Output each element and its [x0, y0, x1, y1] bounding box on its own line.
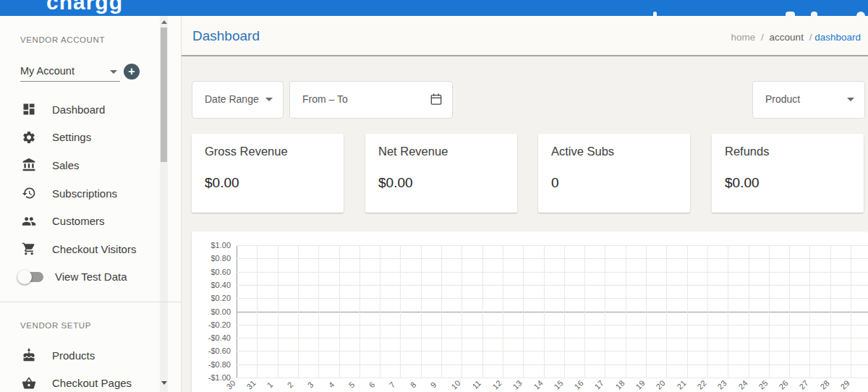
chart-y-tick-label: -$0.80	[193, 360, 231, 369]
chart-x-tick-label: 20	[655, 378, 667, 391]
chart-vgridline	[851, 245, 851, 378]
chart-x-tick-label: 17	[593, 378, 605, 391]
chart-vgridline	[482, 245, 483, 378]
chart-y-tick-label: $0.80	[193, 254, 231, 263]
sidebar-nav-setup: ProductsCheckout Pages	[0, 341, 159, 392]
sidebar-item-checkout-pages[interactable]: Checkout Pages	[0, 370, 159, 392]
chart-vgridline	[400, 245, 401, 378]
chart-x-tick-label: 14	[532, 378, 544, 391]
chart-y-tick-label: -$0.60	[193, 346, 231, 355]
sidebar-item-products[interactable]: Products	[0, 341, 159, 370]
chart-x-tick-label: 19	[634, 378, 647, 391]
chart-x-tick-label: 24	[736, 378, 749, 391]
stat-value: $0.00	[205, 175, 239, 191]
chart-hgridline	[237, 245, 868, 246]
stat-card-gross-revenue: Gross Revenue$0.00	[192, 134, 344, 213]
breadcrumb-separator: /	[809, 32, 812, 43]
chart-x-tick-label: 31	[245, 378, 258, 391]
scroll-up-icon[interactable]	[161, 20, 167, 24]
avatar[interactable]	[856, 12, 865, 16]
people-icon	[22, 214, 36, 229]
chart-x-tick-label: 21	[675, 378, 687, 391]
topbar-icon[interactable]	[811, 12, 817, 16]
sidebar-nav-account: DashboardSettingsSalesSubscriptionsCusto…	[0, 95, 159, 263]
chart-x-tick-label: 11	[470, 379, 482, 391]
chart-vgridline	[544, 245, 545, 378]
sidebar-item-checkout-visitors[interactable]: Checkout Visitors	[0, 235, 159, 263]
chart-vgridline	[461, 245, 462, 378]
chart-hgridline	[237, 325, 868, 325]
breadcrumb-dashboard[interactable]: dashboard	[814, 32, 861, 43]
chart-vgridline	[318, 245, 319, 378]
chart-vgridline	[278, 245, 278, 378]
topbar-icon[interactable]	[653, 12, 657, 16]
calendar-icon[interactable]	[429, 92, 443, 106]
breadcrumb-home[interactable]: home	[731, 32, 756, 43]
sidebar-item-label: Products	[52, 349, 95, 362]
cake-icon	[22, 348, 36, 362]
sidebar-item-label: Dashboard	[52, 103, 105, 116]
sidebar-item-customers[interactable]: Customers	[0, 207, 159, 235]
app-logo[interactable]: chargg	[46, 0, 123, 14]
sidebar-item-label: Settings	[52, 131, 91, 143]
sidebar-divider	[0, 302, 181, 302]
scroll-down-icon[interactable]	[161, 381, 167, 385]
stat-value: $0.00	[725, 175, 760, 191]
date-range-label: Date Range	[205, 93, 259, 105]
chart-vgridline	[687, 245, 688, 378]
stat-card-active-subs: Active Subs0	[538, 134, 690, 213]
toggle-label: View Test Data	[55, 270, 127, 283]
test-data-toggle[interactable]	[17, 270, 45, 284]
chart-hgridline	[237, 378, 868, 378]
sidebar-scrollbar-thumb[interactable]	[161, 27, 167, 162]
chart-x-tick-label: 9	[429, 380, 438, 390]
add-account-button[interactable]: +	[124, 64, 140, 80]
cart-icon	[22, 242, 36, 256]
section-label-vendor-setup: VENDOR SETUP	[20, 321, 91, 330]
chart-vgridline	[564, 245, 565, 378]
breadcrumb-account[interactable]: account	[770, 32, 804, 43]
chart-x-tick-label: 26	[778, 378, 790, 391]
chart-x-tick-label: 18	[613, 378, 626, 391]
sidebar-item-label: Checkout Pages	[52, 377, 132, 389]
chart-x-tick-label: 12	[490, 378, 503, 391]
chart-y-tick-label: -$0.40	[193, 333, 231, 342]
chart-x-tick-label: 29	[839, 378, 851, 391]
stat-card-net-revenue: Net Revenue$0.00	[365, 134, 517, 213]
topbar: chargg	[0, 0, 868, 16]
section-label-vendor-account: VENDOR ACCOUNT	[20, 35, 105, 44]
basket-icon	[22, 376, 36, 391]
topbar-icon[interactable]	[786, 12, 795, 16]
chart-hgridline	[237, 285, 868, 286]
product-select[interactable]: Product	[752, 81, 865, 119]
chart-vgridline	[523, 245, 524, 378]
chevron-down-icon	[847, 98, 854, 101]
chart-vgridline	[298, 245, 299, 378]
chart-hgridline	[237, 272, 868, 273]
chart-vgridline	[728, 245, 728, 378]
gear-icon	[22, 130, 36, 145]
breadcrumb-separator: /	[761, 32, 764, 43]
chart-vgridline	[380, 245, 380, 378]
stat-card-refunds: Refunds$0.00	[712, 134, 864, 213]
chart-hgridline	[237, 258, 868, 259]
date-from-to-input[interactable]: From – To	[289, 81, 453, 119]
date-range-select[interactable]: Date Range	[192, 81, 284, 119]
chart-y-tick-label: $1.00	[193, 241, 231, 250]
chart-vgridline	[503, 245, 503, 378]
chart-x-tick-label: 2	[286, 380, 295, 390]
chart-vgridline	[809, 245, 810, 378]
chart-x-tick-label: 10	[450, 378, 462, 391]
chart-vgridline	[441, 245, 442, 378]
sidebar-item-label: Customers	[52, 215, 105, 227]
sidebar-item-dashboard[interactable]: Dashboard	[0, 95, 159, 124]
chart-hgridline	[237, 338, 868, 338]
chart-vgridline	[707, 245, 708, 378]
breadcrumb: home / account / dashboard	[731, 32, 861, 43]
account-select[interactable]: My Account	[20, 64, 120, 82]
chart-hgridline	[237, 298, 868, 299]
sidebar-item-subscriptions[interactable]: Subscriptions	[0, 179, 159, 208]
chart-x-tick-label: 28	[818, 378, 830, 391]
sidebar-item-settings[interactable]: Settings	[0, 124, 159, 152]
sidebar-item-sales[interactable]: Sales	[0, 151, 159, 179]
